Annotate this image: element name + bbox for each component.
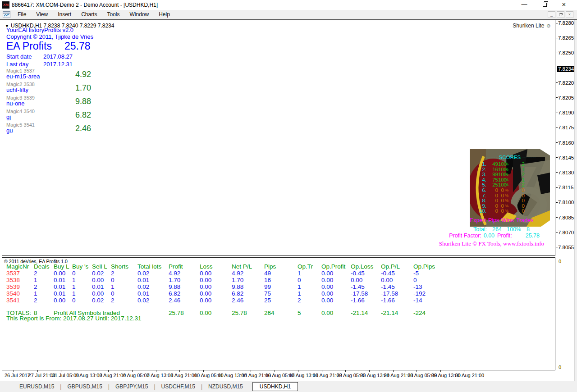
- menu-charts[interactable]: Charts: [76, 10, 102, 19]
- price-tick: [556, 172, 558, 173]
- total-trades: 8: [527, 226, 530, 232]
- time-tick: [417, 370, 417, 372]
- time-tick: [345, 370, 346, 372]
- column-header: Profit: [167, 263, 198, 270]
- value-cell: -13: [412, 283, 448, 290]
- price-axis-label: 7.8130: [558, 169, 574, 176]
- value-cell: 0.00: [198, 297, 230, 304]
- start-date-value: 2017.08.27: [43, 53, 73, 60]
- value-cell: 0: [110, 290, 136, 297]
- value-cell: 0.01: [136, 290, 167, 297]
- value-cell: 1: [296, 283, 320, 290]
- price-tick: [556, 142, 558, 143]
- table-row: 353810.0110.0000.011.700.001.701600.000.…: [5, 277, 448, 283]
- last-day-label: Last day: [6, 61, 43, 68]
- menu-tools[interactable]: Tools: [102, 10, 125, 19]
- score-trades: 0: [506, 208, 525, 214]
- child-close-button[interactable]: ×: [566, 11, 573, 18]
- price-axis-label: 7.8190: [558, 109, 574, 116]
- price-tick: [556, 23, 558, 23]
- value-cell: 49: [263, 270, 296, 277]
- value-cell: 2.46: [230, 297, 263, 304]
- tab-usdchf-m15[interactable]: USDCHF,M15: [156, 383, 201, 391]
- profit-factor-value: 0.00: [484, 232, 495, 239]
- menu-file[interactable]: File: [13, 10, 31, 19]
- scores-col-trades: Trades: [516, 217, 533, 223]
- value-cell: 1: [71, 283, 91, 290]
- value-cell: 0.00: [52, 270, 71, 277]
- magic-profit-value: 6.82: [75, 110, 91, 120]
- magic-entry-2: Magic2 3538uchf-fifty1.70: [6, 82, 124, 95]
- value-cell: 1: [296, 290, 320, 297]
- last-day-line: Last day 2017.12.31: [6, 61, 73, 68]
- score-winrate: 0: [498, 203, 504, 209]
- value-cell: 1: [296, 270, 320, 277]
- close-button[interactable]: ×: [556, 0, 572, 10]
- table-header-row: MagicNrDealsBuy LBuy 'sSell LShortsTotal…: [5, 263, 448, 270]
- value-cell: 1: [110, 283, 136, 290]
- value-cell: -5: [412, 270, 448, 277]
- totals-value: -21.14: [349, 310, 380, 316]
- scores-title: -------- SCORES --------: [470, 155, 550, 160]
- minimize-button[interactable]: —: [517, 0, 532, 10]
- value-cell: 0.00: [198, 270, 230, 277]
- column-header: Sell L: [91, 263, 110, 270]
- time-axis[interactable]: 26 Jul 201727 Jul 21:0031 Jul 05:001 Aug…: [2, 370, 555, 380]
- total-label: Total:: [473, 226, 487, 232]
- value-cell: -1.66: [349, 297, 380, 304]
- child-window-controls: _ ×: [548, 11, 573, 18]
- spacer-cell: [5, 304, 448, 310]
- price-axis[interactable]: 7.82807.82657.82507.82347.82207.82057.81…: [556, 20, 576, 370]
- value-cell: 6.82: [167, 290, 198, 297]
- value-cell: 0: [110, 277, 136, 283]
- value-cell: 99: [263, 283, 296, 290]
- price-axis-label: 7.8250: [558, 50, 574, 56]
- child-minimize-button[interactable]: _: [548, 11, 555, 18]
- value-cell: 9.88: [167, 283, 198, 290]
- score-rank: 5.: [470, 182, 486, 187]
- menu-view[interactable]: View: [31, 10, 53, 19]
- score-pips: 0: [486, 193, 498, 198]
- value-cell: 0.02: [136, 270, 167, 277]
- magic-name: uchf-fifty: [6, 87, 124, 93]
- tab-gbpjpy-m15[interactable]: GBPJPY,M15: [110, 383, 154, 391]
- scores-panel: -------- SCORES -------- 1.49100%22.1610…: [470, 149, 550, 227]
- score-rank: 1.: [470, 161, 486, 167]
- price-axis-label: 7.8100: [558, 199, 574, 205]
- magic-number-cell: 3537: [5, 270, 32, 277]
- indicator-pane[interactable]: © 2011 deVries, EA Profits 1.0 MagicNrDe…: [2, 257, 555, 370]
- chart-window-icon[interactable]: [3, 11, 10, 20]
- price-axis-label: 7.8175: [558, 124, 574, 131]
- value-cell: 0.00: [320, 297, 349, 304]
- tab-nzdusd-m15[interactable]: NZDUSD,M15: [202, 383, 249, 391]
- fxtools-logo: 7 -------- SCORES -------- 1.49100%22.16…: [470, 149, 550, 227]
- restore-button[interactable]: [537, 0, 552, 10]
- chart-main-pane[interactable]: ▼USDHKD,H1 7.8238 7.8240 7.8229 7.8234 S…: [2, 20, 555, 256]
- column-header: Buy 's: [71, 263, 91, 270]
- value-cell: 0.00: [320, 277, 349, 283]
- menu-insert[interactable]: Insert: [53, 10, 76, 19]
- tab-eurusd-m15[interactable]: EURUSD,M15: [14, 383, 60, 391]
- totals-value: 264: [263, 310, 296, 316]
- tab-gbpusd-m15[interactable]: GBPUSD,M15: [61, 383, 108, 391]
- tab-usdhkd-h1[interactable]: USDHKD,H1: [252, 382, 298, 391]
- value-cell: -14: [412, 297, 448, 304]
- score-row-10: 10.00%0: [470, 208, 550, 214]
- menu-window[interactable]: Window: [125, 10, 154, 19]
- time-tick: [322, 370, 322, 372]
- child-restore-button[interactable]: [557, 11, 564, 18]
- price-tick: [556, 187, 558, 188]
- time-tick: [156, 370, 156, 372]
- totals-value: -21.14: [380, 310, 412, 316]
- score-rank: 9.: [470, 203, 486, 209]
- time-axis-label: 2 Aug 21:00: [99, 373, 126, 378]
- magic-name: nu-one: [6, 100, 124, 107]
- column-header: MagicNr: [5, 263, 32, 270]
- indicator-scale-zero-top: 0: [559, 259, 561, 264]
- current-price-label: 7.8234: [557, 66, 575, 72]
- time-axis-label: 31 Jul 05:00: [52, 373, 79, 378]
- score-row-7: 7.00%0: [470, 193, 550, 198]
- menu-help[interactable]: Help: [154, 10, 175, 19]
- totals-value: 5: [296, 310, 320, 316]
- column-header: Buy L: [52, 263, 71, 270]
